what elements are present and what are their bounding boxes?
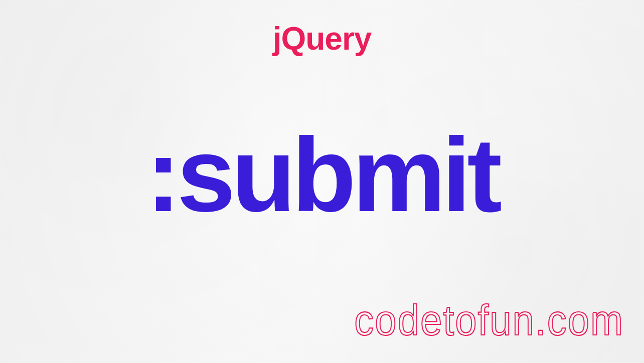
page-title: jQuery (273, 20, 372, 57)
content-container: jQuery :submit codetofun.com (0, 0, 644, 363)
main-selector-text: :submit (146, 122, 498, 228)
brand-logo: codetofun.com (354, 295, 624, 345)
